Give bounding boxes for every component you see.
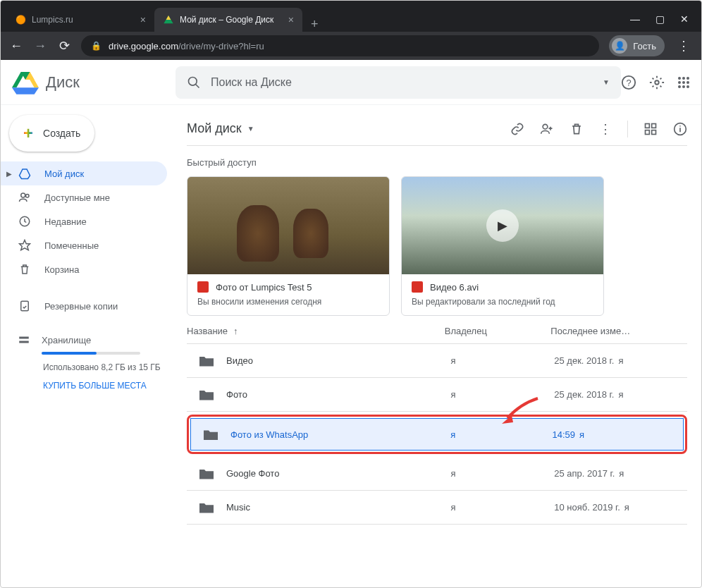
svg-point-24 [26, 195, 30, 198]
thumbnail: ▶ [402, 177, 603, 274]
column-header-modified[interactable]: Последнее изме… [550, 326, 687, 336]
table-row[interactable]: Фото из WhatsApp я 14:59я [190, 418, 684, 451]
svg-point-16 [678, 81, 681, 84]
more-button[interactable]: ⋮ [599, 121, 612, 137]
sidebar-item-recent[interactable]: Недавние [1, 209, 167, 233]
svg-text:?: ? [626, 77, 631, 87]
storage-icon [18, 333, 30, 346]
buy-storage-link[interactable]: КУПИТЬ БОЛЬШЕ МЕСТА [43, 381, 163, 391]
table-row[interactable]: Видео я 25 дек. 2018 г.я [187, 344, 687, 378]
svg-rect-34 [652, 130, 656, 134]
new-tab-button[interactable]: + [302, 17, 327, 32]
sidebar-item-label: Мой диск [44, 169, 84, 179]
folder-icon [199, 355, 214, 367]
separator [627, 121, 628, 137]
svg-point-13 [678, 77, 681, 80]
quick-card-name: Видео 6.avi [430, 282, 479, 293]
quick-card[interactable]: Фото от Lumpics Test 5 Вы вносили измене… [187, 176, 390, 316]
back-button[interactable]: ← [9, 39, 23, 54]
play-icon: ▶ [486, 209, 519, 242]
table-row[interactable]: Фото я 25 дек. 2018 г.я [187, 378, 687, 412]
browser-menu-button[interactable]: ⋮ [675, 38, 693, 54]
quick-access-title: Быстрый доступ [187, 157, 687, 168]
svg-point-21 [686, 85, 689, 88]
chevron-down-icon: ▼ [247, 125, 254, 133]
close-icon[interactable]: × [288, 14, 294, 25]
folder-icon [199, 468, 214, 479]
column-header-owner[interactable]: Владелец [445, 326, 551, 336]
delete-icon[interactable] [569, 122, 584, 136]
search-options-icon[interactable]: ▼ [603, 78, 610, 86]
breadcrumb[interactable]: Мой диск ▼ [187, 121, 254, 136]
tab-title: Мой диск – Google Диск [180, 15, 273, 25]
link-icon[interactable] [510, 122, 524, 136]
sidebar-item-shared[interactable]: Доступные мне [1, 185, 167, 209]
svg-rect-31 [646, 123, 650, 128]
column-header-name[interactable]: Название ↑ [187, 326, 445, 336]
svg-point-14 [682, 77, 685, 80]
trash-icon [18, 263, 32, 276]
storage-label[interactable]: Хранилище [42, 335, 91, 345]
reload-button[interactable]: ⟳ [57, 38, 71, 54]
thumbnail [187, 177, 389, 274]
row-modified: 14:59 [553, 429, 576, 440]
svg-point-30 [543, 124, 548, 129]
backup-icon [18, 300, 32, 312]
row-name: Music [226, 502, 250, 513]
help-icon[interactable]: ? [621, 75, 636, 90]
svg-point-20 [682, 85, 685, 88]
search-icon [187, 75, 201, 90]
info-icon[interactable] [673, 122, 687, 136]
storage-bar [42, 352, 140, 355]
app-logo[interactable]: Диск [12, 71, 176, 94]
forward-button[interactable]: → [33, 39, 47, 54]
svg-rect-33 [646, 130, 650, 134]
svg-line-9 [196, 84, 199, 87]
quick-card[interactable]: ▶ Видео 6.avi Вы редактировали за послед… [401, 176, 604, 316]
svg-point-37 [679, 125, 681, 127]
svg-rect-27 [21, 301, 29, 311]
row-name: Google Фото [226, 468, 279, 479]
settings-icon[interactable] [649, 75, 665, 90]
row-owner: я [450, 502, 554, 513]
row-owner: я [450, 429, 552, 440]
profile-chip[interactable]: 👤 Гость [609, 35, 665, 56]
close-window-icon[interactable]: ✕ [680, 13, 689, 25]
table-row[interactable]: Google Фото я 25 апр. 2017 г.я [187, 457, 687, 491]
tab-title: Lumpics.ru [32, 15, 73, 25]
svg-rect-29 [19, 341, 29, 343]
sort-up-icon: ↑ [233, 326, 238, 336]
sidebar-item-my-drive[interactable]: ▶ Мой диск [1, 161, 167, 185]
close-icon[interactable]: × [140, 14, 146, 25]
people-icon [18, 191, 32, 204]
sidebar-item-starred[interactable]: Помеченные [1, 233, 167, 257]
search-placeholder: Поиск на Диске [211, 76, 292, 89]
breadcrumb-label: Мой диск [187, 121, 242, 136]
add-person-icon[interactable] [540, 122, 554, 136]
svg-rect-32 [652, 123, 656, 128]
maximize-icon[interactable]: ▢ [655, 13, 665, 25]
minimize-icon[interactable]: ― [630, 13, 640, 25]
svg-rect-28 [19, 337, 29, 339]
app-name: Диск [46, 73, 80, 92]
sidebar-item-backups[interactable]: Резервные копии [1, 294, 167, 318]
row-modified: 25 апр. 2017 г. [554, 468, 615, 479]
table-row[interactable]: Music я 10 нояб. 2019 г.я [187, 491, 687, 525]
address-bar[interactable]: 🔒 drive.google.com/drive/my-drive?hl=ru [81, 35, 599, 56]
browser-tab[interactable]: 🟠 Lumpics.ru × [6, 8, 154, 32]
apps-icon[interactable] [677, 76, 690, 89]
drive-icon [18, 167, 32, 180]
browser-tab[interactable]: Мой диск – Google Диск × [154, 8, 302, 32]
row-owner: я [450, 355, 554, 366]
row-modified: 25 дек. 2018 г. [554, 355, 614, 366]
sidebar-item-label: Недавние [44, 216, 87, 227]
chevron-right-icon[interactable]: ▶ [6, 170, 12, 178]
star-icon [18, 239, 32, 252]
create-button[interactable]: + Создать [9, 115, 94, 152]
folder-icon [204, 429, 218, 440]
svg-point-8 [189, 77, 197, 85]
url-domain: drive.google.com [109, 41, 178, 51]
sidebar-item-trash[interactable]: Корзина [1, 257, 167, 281]
grid-view-icon[interactable] [644, 122, 658, 136]
search-bar[interactable]: Поиск на Диске ▼ [176, 66, 621, 99]
